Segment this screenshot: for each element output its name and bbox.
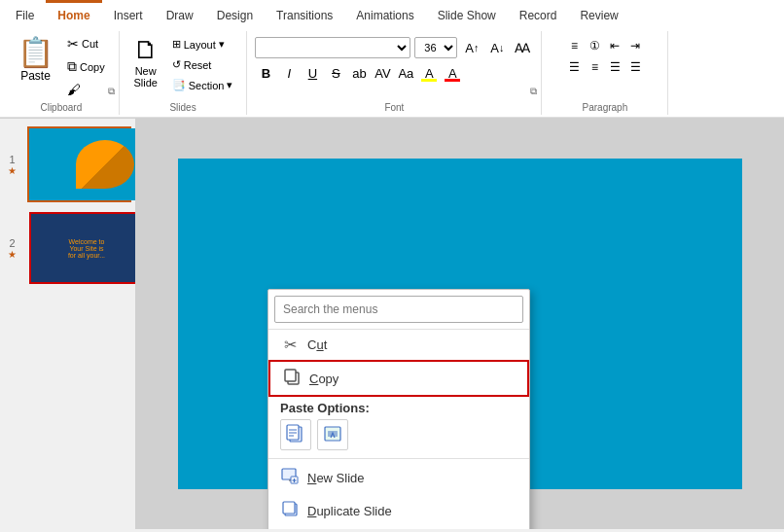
layout-label: Layout bbox=[184, 39, 216, 51]
context-menu-copy[interactable]: Copy bbox=[268, 360, 529, 397]
layout-chevron: ▾ bbox=[219, 38, 225, 51]
context-separator-1 bbox=[268, 458, 529, 459]
tab-design[interactable]: Design bbox=[205, 0, 265, 27]
cut-icon: ✂ bbox=[67, 36, 79, 52]
paragraph-controls: ≡ ① ⇤ ⇥ ☰ ≡ ☰ ☰ bbox=[564, 33, 645, 76]
svg-rect-1 bbox=[285, 370, 296, 381]
char-spacing-button[interactable]: AV bbox=[372, 62, 393, 84]
highlight-color-button[interactable]: A bbox=[418, 62, 440, 84]
font-color-button[interactable]: A bbox=[442, 62, 463, 84]
context-menu-duplicate[interactable]: Duplicate Slide bbox=[268, 494, 529, 527]
align-left-button[interactable]: ☰ bbox=[564, 58, 584, 76]
new-slide-label: New Slide bbox=[307, 471, 365, 485]
tab-draw[interactable]: Draw bbox=[155, 0, 205, 27]
numbering-button[interactable]: ① bbox=[585, 37, 604, 54]
section-button[interactable]: 📑 Section ▾ bbox=[166, 76, 239, 94]
paragraph-group: ≡ ① ⇤ ⇥ ☰ ≡ ☰ ☰ Paragraph bbox=[542, 31, 668, 115]
tab-insert[interactable]: Insert bbox=[102, 0, 155, 27]
duplicate-ctx-icon bbox=[280, 500, 300, 521]
tab-animations[interactable]: Animations bbox=[344, 0, 425, 27]
new-slide-label: NewSlide bbox=[133, 65, 157, 89]
justify-button[interactable]: ☰ bbox=[625, 58, 645, 76]
context-menu-cut[interactable]: ✂ Cut bbox=[268, 330, 529, 360]
tab-home[interactable]: Home bbox=[46, 0, 101, 27]
font-size-select[interactable]: 36 bbox=[414, 37, 457, 58]
slide2-star: ★ bbox=[8, 249, 17, 260]
increase-font-button[interactable]: A↑ bbox=[461, 37, 482, 58]
para-row1: ≡ ① ⇤ ⇥ bbox=[564, 37, 645, 54]
font-label: Font bbox=[384, 100, 404, 113]
font-controls: 36 A↑ A↓ Ꜳ B I U S ab AV Aa A A bbox=[255, 33, 533, 84]
new-slide-button[interactable]: 🗋 NewSlide bbox=[127, 33, 164, 90]
paste-option-2[interactable] bbox=[317, 419, 348, 450]
canvas-area: ✂ Cut Copy Paste Options: bbox=[136, 119, 784, 529]
tab-slideshow[interactable]: Slide Show bbox=[426, 0, 508, 27]
cut-label: Cut bbox=[307, 337, 327, 352]
tab-record[interactable]: Record bbox=[508, 0, 569, 27]
section-label: Section bbox=[189, 80, 225, 91]
reset-button[interactable]: ↺ Reset bbox=[166, 55, 239, 74]
slides-group: 🗋 NewSlide ⊞ Layout ▾ ↺ Reset 📑 bbox=[120, 31, 248, 115]
paste-options-title: Paste Options: bbox=[280, 401, 517, 415]
decrease-indent-button[interactable]: ⇤ bbox=[605, 37, 624, 54]
tab-transitions[interactable]: Transitions bbox=[265, 0, 344, 27]
cut-button[interactable]: ✂ Cut bbox=[61, 33, 111, 54]
font-dialog-launcher[interactable]: ⧉ bbox=[530, 86, 537, 97]
slide1-chart-icon bbox=[76, 140, 134, 189]
paste-section: 📋 Paste bbox=[12, 33, 59, 85]
copy-ctx-icon bbox=[282, 368, 302, 389]
align-center-button[interactable]: ≡ bbox=[585, 58, 604, 76]
slides-content: 🗋 NewSlide ⊞ Layout ▾ ↺ Reset 📑 bbox=[127, 33, 239, 100]
case-button[interactable]: Aa bbox=[395, 62, 416, 84]
paste-options-icons bbox=[280, 419, 517, 450]
clipboard-label: Clipboard bbox=[40, 100, 82, 113]
format-painter-icon: 🖌 bbox=[67, 82, 81, 97]
font-row2: B I U S ab AV Aa A A bbox=[255, 62, 533, 84]
reset-icon: ↺ bbox=[172, 58, 181, 71]
copy-icon: ⧉ bbox=[67, 58, 77, 75]
slide-number-1: 1 ★ bbox=[8, 154, 17, 176]
main-area: 1 ★ 2 ★ Welcome toYour Site isfor all yo… bbox=[0, 119, 784, 529]
bullets-button[interactable]: ≡ bbox=[564, 37, 584, 54]
clipboard-dialog-launcher[interactable]: ⧉ bbox=[108, 86, 115, 97]
format-painter-button[interactable]: 🖌 bbox=[61, 79, 111, 100]
layout-button[interactable]: ⊞ Layout ▾ bbox=[166, 35, 239, 53]
paste-button[interactable]: 📋 Paste bbox=[12, 33, 59, 85]
tab-file[interactable]: File bbox=[4, 0, 46, 27]
font-name-select[interactable] bbox=[255, 37, 410, 58]
decrease-font-button[interactable]: A↓ bbox=[486, 37, 508, 58]
slide-thumbnail-2[interactable]: 2 ★ Welcome toYour Site isfor all your..… bbox=[27, 210, 131, 286]
context-search-input[interactable] bbox=[274, 296, 523, 323]
reset-label: Reset bbox=[184, 59, 212, 71]
copy-label: Copy bbox=[80, 61, 105, 73]
slide2-text: Welcome toYour Site isfor all your... bbox=[64, 234, 109, 263]
italic-button[interactable]: I bbox=[278, 62, 300, 84]
layout-icon: ⊞ bbox=[172, 38, 181, 51]
duplicate-label: Duplicate Slide bbox=[307, 504, 392, 518]
paste-label: Paste bbox=[20, 69, 51, 83]
cut-label: Cut bbox=[82, 38, 98, 50]
bold-button[interactable]: B bbox=[255, 62, 276, 84]
increase-indent-button[interactable]: ⇥ bbox=[625, 37, 645, 54]
context-menu-new-slide[interactable]: New Slide bbox=[268, 461, 529, 494]
paste-option-1[interactable] bbox=[280, 419, 311, 450]
paste-icon: 📋 bbox=[18, 35, 53, 69]
section-icon: 📑 bbox=[172, 79, 186, 91]
shadow-button[interactable]: ab bbox=[348, 62, 370, 84]
new-slide-icon: 🗋 bbox=[133, 35, 159, 65]
slide-panel: 1 ★ 2 ★ Welcome toYour Site isfor all yo… bbox=[0, 119, 136, 529]
context-menu-delete[interactable]: Delete Slide bbox=[268, 527, 529, 529]
align-right-button[interactable]: ☰ bbox=[605, 58, 624, 76]
slide-thumbnail-1[interactable]: 1 ★ bbox=[27, 126, 131, 202]
paragraph-label: Paragraph bbox=[583, 100, 628, 113]
underline-button[interactable]: U bbox=[302, 62, 323, 84]
strikethrough-button[interactable]: S bbox=[325, 62, 346, 84]
new-slide-ctx-icon bbox=[280, 467, 300, 488]
copy-button[interactable]: ⧉ Copy bbox=[61, 55, 111, 78]
context-menu-search bbox=[268, 290, 529, 330]
clipboard-content: 📋 Paste ✂ Cut ⧉ Copy 🖌 bbox=[12, 33, 111, 100]
cut-icon: ✂ bbox=[280, 336, 300, 354]
ribbon-body: 📋 Paste ✂ Cut ⧉ Copy 🖌 bbox=[0, 27, 784, 118]
tab-review[interactable]: Review bbox=[568, 0, 629, 27]
clear-format-button[interactable]: Ꜳ bbox=[512, 37, 533, 58]
